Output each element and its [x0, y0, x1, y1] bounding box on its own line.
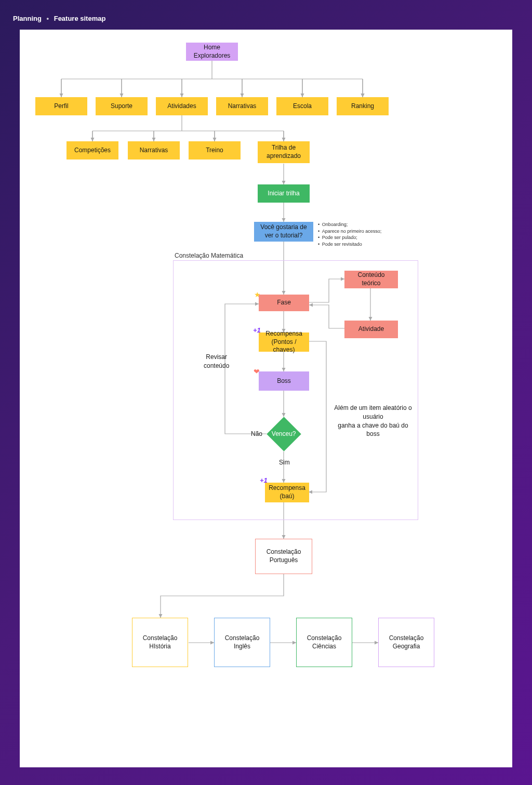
node-portugues[interactable]: ConstelaçãoPortuguês	[255, 539, 312, 574]
node-competicoes[interactable]: Competições	[66, 141, 118, 159]
node-conteudo[interactable]: Conteúdo teórico	[344, 271, 398, 288]
node-fase[interactable]: Fase	[259, 295, 309, 311]
node-historia[interactable]: ConstelaçãoHIstória	[132, 618, 188, 667]
node-narrativas[interactable]: Narrativas	[216, 97, 268, 115]
node-atividades[interactable]: Atividades	[156, 97, 208, 115]
node-geografia[interactable]: ConstelaçãoGeografia	[378, 618, 434, 667]
frame-title: Constelação Matemática	[175, 252, 243, 259]
node-atividade[interactable]: Atividade	[344, 321, 398, 338]
tutorial-notes: Onboarding;Aparece no primeiro acesso;Po…	[318, 221, 381, 247]
node-recompensa2[interactable]: Recompensa(baú)	[265, 483, 309, 502]
breadcrumb-page: Feature sitemap	[54, 15, 106, 22]
node-trilha[interactable]: Trilha deaprendizado	[258, 141, 310, 163]
node-ranking[interactable]: Ranking	[337, 97, 389, 115]
node-recompensa1[interactable]: Recompensa(Pontos / chaves)	[259, 332, 309, 352]
node-suporte[interactable]: Suporte	[96, 97, 148, 115]
node-escola[interactable]: Escola	[276, 97, 328, 115]
breadcrumb-separator: •	[47, 15, 49, 22]
diagram-canvas: HomeExploradores Perfil Suporte Atividad…	[20, 30, 512, 767]
breadcrumb-section: Planning	[13, 15, 42, 22]
node-narrativas2[interactable]: Narrativas	[128, 141, 180, 159]
node-treino[interactable]: Treino	[189, 141, 241, 159]
label-alem: Além de um item aleatório o usuárioganha…	[331, 404, 415, 438]
node-home[interactable]: HomeExploradores	[186, 43, 238, 61]
node-ciencias[interactable]: ConstelaçãoCiências	[296, 618, 352, 667]
node-iniciar[interactable]: Iniciar trilha	[258, 184, 310, 203]
label-sim: Sim	[279, 458, 290, 467]
node-boss[interactable]: Boss	[259, 371, 309, 391]
node-tutorial[interactable]: Você gostaria dever o tutorial?	[254, 222, 313, 242]
label-nao: Não	[251, 430, 262, 438]
node-ingles[interactable]: ConstelaçãoInglês	[214, 618, 270, 667]
label-revisar: Revisarconteúdo	[204, 353, 229, 370]
node-perfil[interactable]: Perfil	[35, 97, 87, 115]
